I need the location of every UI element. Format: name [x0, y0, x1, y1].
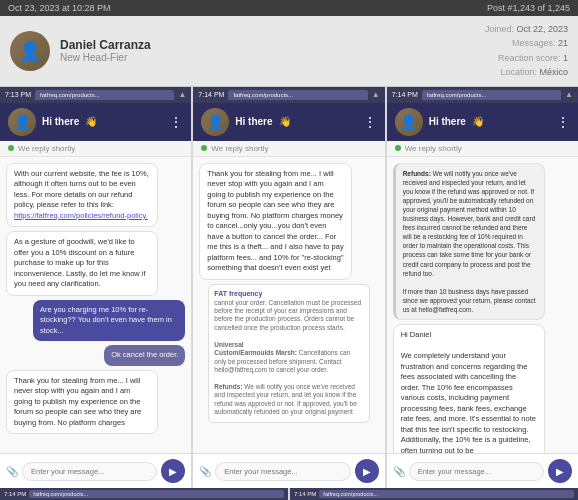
message-1-2: As a gesture of goodwill, we'd like to o… [6, 231, 158, 296]
send-button-1[interactable]: ▶ [161, 459, 185, 483]
browser-bar-3: 7:14 PM fatfreq.com/products... ▲ [387, 87, 578, 103]
browser-tab-1[interactable]: fatfreq.com/products... [35, 90, 174, 100]
message-1-5: Thank you for stealing from me... I will… [6, 370, 158, 435]
card-body-2: cannot your order. Cancellation must be … [214, 299, 363, 417]
chat-avatar-2: 👤 [201, 108, 229, 136]
chat-panel-3: 7:14 PM fatfreq.com/products... ▲ 👤 Hi t… [387, 87, 578, 488]
wave-icon-2: 👋 [279, 116, 291, 127]
messages-area-2[interactable]: Thank you for stealing from me... I will… [193, 157, 384, 453]
online-dot-1 [8, 145, 14, 151]
chat-header-1: 👤 Hi there 👋 ⋮ [0, 103, 191, 141]
bottom-browser-panel-2: 7:14 PM fatfreq.com/products... [290, 488, 578, 500]
input-area-1: 📎 ▶ [0, 453, 191, 488]
browser-icons-1: ▲ [178, 90, 186, 99]
chat-title-1: Hi there [42, 116, 79, 127]
message-3-1: Refunds: We will notify you once we've r… [393, 163, 545, 321]
reply-note-2: We reply shortly [193, 141, 384, 157]
chat-image-card-2: FAT frequency cannot your order. Cancell… [208, 284, 369, 423]
forum-post-info: Post #1,243 of 1,245 [487, 3, 570, 13]
message-input-3[interactable] [409, 462, 544, 481]
wave-icon-1: 👋 [85, 116, 97, 127]
chat-avatar-3: 👤 [395, 108, 423, 136]
message-input-1[interactable] [22, 462, 157, 481]
more-options-button-3[interactable]: ⋮ [556, 114, 570, 130]
bottom-time-1: 7:14 PM [4, 491, 26, 497]
avatar: 👤 [10, 31, 50, 71]
attach-icon-3[interactable]: 📎 [393, 466, 405, 477]
chat-title-3: Hi there [429, 116, 466, 127]
browser-bar-2: 7:14 PM fatfreq.com/products... ▲ [193, 87, 384, 103]
wave-icon-3: 👋 [472, 116, 484, 127]
chat-header-left-3: 👤 Hi there 👋 [395, 108, 484, 136]
attach-icon-2[interactable]: 📎 [199, 466, 211, 477]
message-3-2: Hi Daniel We completely understand your … [393, 324, 545, 453]
message-1-4: Ok cancel the order. [104, 345, 185, 366]
user-info-bar: 👤 Daniel Carranza New Head-Fier Joined: … [0, 16, 578, 87]
wifi-icon-3: ▲ [565, 90, 573, 99]
chat-header-left-2: 👤 Hi there 👋 [201, 108, 290, 136]
chat-panel-2: 7:14 PM fatfreq.com/products... ▲ 👤 Hi t… [193, 87, 384, 488]
chat-title-2: Hi there [235, 116, 272, 127]
messages-area-1[interactable]: With our current website, the fee is 10%… [0, 157, 191, 453]
bottom-browser-panel-1: 7:14 PM fatfreq.com/products... [0, 488, 288, 500]
reply-note-3: We reply shortly [387, 141, 578, 157]
messages-area-3[interactable]: Refunds: We will notify you once we've r… [387, 157, 578, 453]
browser-time-2: 7:14 PM [198, 91, 224, 98]
chat-header-2: 👤 Hi there 👋 ⋮ [193, 103, 384, 141]
user-rank: New Head-Fier [60, 52, 475, 63]
message-1-3: Are you charging me 10% for re-stocking?… [33, 300, 185, 342]
bottom-browser-row: 7:14 PM fatfreq.com/products... 7:14 PM … [0, 488, 578, 500]
send-button-2[interactable]: ▶ [355, 459, 379, 483]
attach-icon-1[interactable]: 📎 [6, 466, 18, 477]
send-button-3[interactable]: ▶ [548, 459, 572, 483]
user-stats: Joined: Oct 22, 2023 Messages: 21 Reacti… [485, 22, 568, 80]
input-area-3: 📎 ▶ [387, 453, 578, 488]
browser-time-1: 7:13 PM [5, 91, 31, 98]
forum-wrapper: Oct 23, 2023 at 10:28 PM Post #1,243 of … [0, 0, 578, 500]
forum-date: Oct 23, 2023 at 10:28 PM [8, 3, 111, 13]
stat-joined: Joined: Oct 22, 2023 [485, 22, 568, 36]
chat-avatar-1: 👤 [8, 108, 36, 136]
online-dot-3 [395, 145, 401, 151]
browser-icons-3: ▲ [565, 90, 573, 99]
browser-time-3: 7:14 PM [392, 91, 418, 98]
browser-icons-2: ▲ [372, 90, 380, 99]
browser-tab-2[interactable]: fatfreq.com/products... [228, 90, 367, 100]
bottom-tab-1[interactable]: fatfreq.com/products... [29, 490, 284, 498]
wifi-icon: ▲ [178, 90, 186, 99]
user-details: Daniel Carranza New Head-Fier [60, 38, 475, 63]
chat-header-left-1: 👤 Hi there 👋 [8, 108, 97, 136]
reply-note-1: We reply shortly [0, 141, 191, 157]
message-input-2[interactable] [215, 462, 350, 481]
stat-reactions: Reaction score: 1 [485, 51, 568, 65]
chat-header-3: 👤 Hi there 👋 ⋮ [387, 103, 578, 141]
more-options-button-1[interactable]: ⋮ [169, 114, 183, 130]
card-header-2: FAT frequency [214, 290, 363, 297]
forum-header: Oct 23, 2023 at 10:28 PM Post #1,243 of … [0, 0, 578, 16]
wifi-icon-2: ▲ [372, 90, 380, 99]
bottom-time-2: 7:14 PM [294, 491, 316, 497]
chat-panel-1: 7:13 PM fatfreq.com/products... ▲ 👤 Hi t… [0, 87, 191, 488]
user-name: Daniel Carranza [60, 38, 475, 52]
stat-messages: Messages: 21 [485, 36, 568, 50]
browser-tab-3[interactable]: fatfreq.com/products... [422, 90, 561, 100]
more-options-button-2[interactable]: ⋮ [363, 114, 377, 130]
message-1-1: With our current website, the fee is 10%… [6, 163, 158, 228]
main-content: 7:13 PM fatfreq.com/products... ▲ 👤 Hi t… [0, 87, 578, 488]
browser-bar-1: 7:13 PM fatfreq.com/products... ▲ [0, 87, 191, 103]
message-2-1: Thank you for stealing from me... I will… [199, 163, 351, 280]
online-dot-2 [201, 145, 207, 151]
input-area-2: 📎 ▶ [193, 453, 384, 488]
stat-location: Location: México [485, 65, 568, 79]
bottom-tab-2[interactable]: fatfreq.com/products... [319, 490, 574, 498]
